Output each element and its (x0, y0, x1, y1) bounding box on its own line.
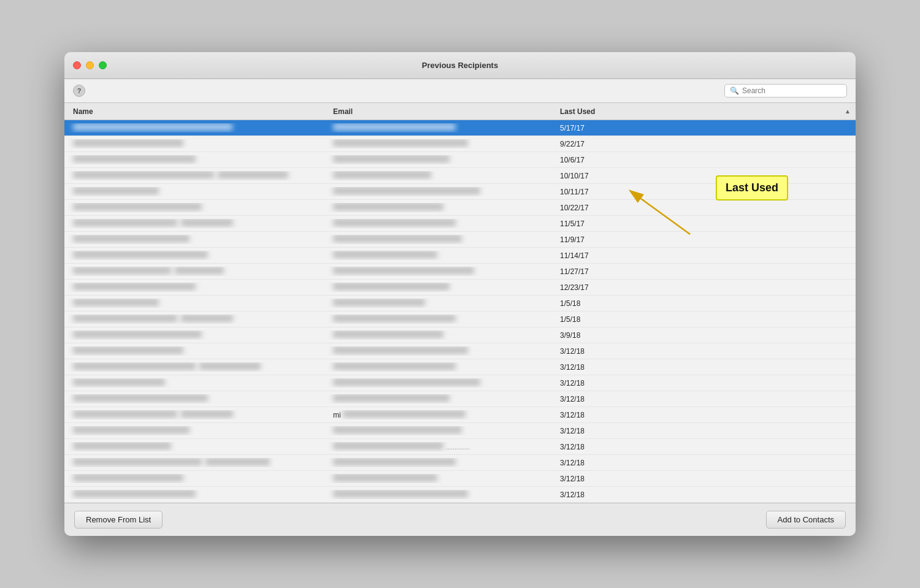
remove-from-list-button[interactable]: Remove From List (74, 511, 163, 529)
cell-email (328, 251, 555, 260)
cell-email (328, 426, 555, 435)
cell-date: 3/12/18 (555, 363, 856, 372)
table-row[interactable]: 10/6/17 (64, 152, 856, 168)
cell-date: 3/12/18 (555, 427, 856, 435)
cell-date: 3/12/18 (555, 411, 856, 419)
column-name-header[interactable]: Name (64, 107, 328, 116)
cell-email (328, 235, 555, 244)
cell-email (328, 474, 555, 483)
cell-date: 11/27/17 (555, 267, 856, 276)
cell-date: 10/22/17 (555, 204, 856, 212)
table-row[interactable]: 10/22/17 (64, 200, 856, 216)
cell-date: 3/12/18 (555, 491, 856, 499)
cell-email (328, 458, 555, 467)
table-row[interactable]: 11/27/17 (64, 264, 856, 280)
cell-email: .............. (328, 442, 555, 451)
cell-date: 10/6/17 (555, 156, 856, 164)
window-title: Previous Recipients (422, 61, 498, 70)
cell-email (328, 315, 555, 324)
cell-name (64, 315, 328, 324)
cell-name (64, 426, 328, 435)
cell-email (328, 299, 555, 308)
cell-name (64, 458, 328, 467)
table-row[interactable]: 3/12/18 (64, 423, 856, 439)
sort-arrow-icon: ▲ (845, 108, 851, 115)
cell-name (64, 474, 328, 483)
cell-name (64, 251, 328, 260)
cell-name (64, 362, 328, 372)
table-row[interactable]: 11/14/17 (64, 248, 856, 264)
cell-email (328, 123, 555, 132)
cell-email (328, 378, 555, 388)
cell-date: 10/11/17 (555, 188, 856, 196)
cell-email (328, 490, 555, 499)
table-row[interactable]: 1/5/18 (64, 296, 856, 311)
table-row[interactable]: 5/17/17 (64, 120, 856, 136)
table-row[interactable]: 3/12/18 (64, 487, 856, 503)
table-row[interactable]: 12/23/17 (64, 280, 856, 296)
cell-date: 10/10/17 (555, 172, 856, 180)
cell-date: 11/14/17 (555, 251, 856, 260)
cell-name (64, 267, 328, 276)
cell-name (64, 219, 328, 228)
column-headers: Name Email Last Used ▲ (64, 103, 856, 120)
cell-date: 11/9/17 (555, 235, 856, 244)
cell-email: mi (328, 410, 555, 419)
tooltip-annotation: Last Used (716, 175, 788, 200)
cell-date: 3/12/18 (555, 395, 856, 403)
cell-name (64, 283, 328, 292)
cell-email (328, 267, 555, 276)
cell-name (64, 139, 328, 148)
cell-date: 3/12/18 (555, 459, 856, 467)
search-icon: 🔍 (730, 86, 739, 95)
cell-name (64, 155, 328, 164)
table-row[interactable]: 1/5/18 (64, 311, 856, 327)
cell-email (328, 171, 555, 180)
cell-date: 3/12/18 (555, 443, 856, 451)
table-row[interactable]: 11/9/17 (64, 232, 856, 248)
minimize-button[interactable] (86, 61, 94, 69)
main-window: Previous Recipients ? 🔍 Name Email Last … (64, 52, 856, 536)
cell-date: 11/5/17 (555, 220, 856, 228)
table-row[interactable]: mi 3/12/18 (64, 407, 856, 423)
cell-name (64, 235, 328, 244)
toolbar: ? 🔍 (64, 79, 856, 103)
search-box: 🔍 (724, 84, 847, 97)
cell-date: 3/12/18 (555, 379, 856, 388)
table-row[interactable]: 9/22/17 (64, 136, 856, 152)
cell-name (64, 330, 328, 340)
cell-email (328, 362, 555, 372)
cell-email (328, 219, 555, 228)
table-row[interactable]: 3/12/18 (64, 359, 856, 375)
column-last-used-header[interactable]: Last Used ▲ (555, 107, 856, 116)
table-row[interactable]: 3/12/18 (64, 343, 856, 359)
cell-name (64, 394, 328, 403)
cell-email (328, 346, 555, 356)
maximize-button[interactable] (99, 61, 107, 69)
add-to-contacts-button[interactable]: Add to Contacts (766, 511, 846, 529)
cell-name (64, 410, 328, 419)
table-row[interactable]: 3/9/18 (64, 327, 856, 343)
table-row[interactable]: 3/12/18 (64, 391, 856, 407)
cell-name (64, 490, 328, 499)
cell-date: 1/5/18 (555, 299, 856, 308)
table-row[interactable]: ..............3/12/18 (64, 439, 856, 455)
table-row[interactable]: 3/12/18 (64, 455, 856, 471)
cell-name (64, 346, 328, 356)
search-input[interactable] (742, 86, 841, 95)
cell-name (64, 187, 328, 196)
close-button[interactable] (73, 61, 81, 69)
cell-email (328, 139, 555, 148)
cell-name (64, 299, 328, 308)
column-email-header[interactable]: Email (328, 107, 555, 116)
table-row[interactable]: 11/5/17 (64, 216, 856, 232)
help-button[interactable]: ? (73, 85, 85, 97)
cell-date: 3/9/18 (555, 331, 856, 340)
table-row[interactable]: 3/12/18 (64, 375, 856, 391)
table-row[interactable]: 3/12/18 (64, 471, 856, 487)
cell-name (64, 378, 328, 388)
cell-date: 3/12/18 (555, 475, 856, 483)
cell-email (328, 394, 555, 403)
cell-email (328, 187, 555, 196)
cell-date: 5/17/17 (555, 124, 856, 132)
